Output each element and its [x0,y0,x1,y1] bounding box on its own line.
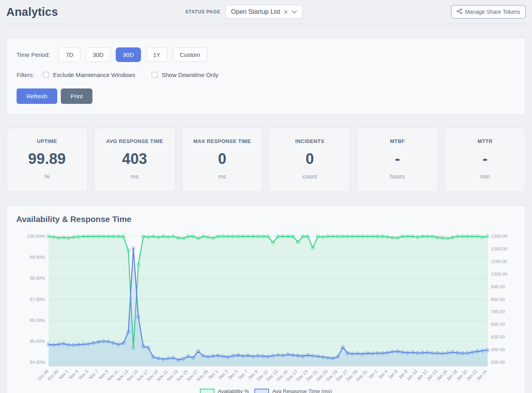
svg-text:Jan 18: Jan 18 [446,369,458,382]
svg-text:Nov 1: Nov 1 [58,369,69,380]
analytics-page: Analytics STATUS PAGE Open Startup List … [0,0,532,393]
status-page-group: STATUS PAGE Open Startup List ✕ [185,5,303,19]
svg-text:Dec 3: Dec 3 [217,369,229,380]
svg-text:Dec 1: Dec 1 [207,369,219,380]
stats-row: UPTIME 99.89 % AVG RESPONSE TIME 403 ms … [6,128,526,192]
legend-label: Availability % [218,388,249,393]
print-button[interactable]: Print [61,88,93,104]
period-button-30d[interactable]: 30D [86,47,111,62]
period-button-custom[interactable]: Custom [173,47,207,62]
svg-text:Jan 10: Jan 10 [406,369,418,382]
period-button-7d[interactable]: 7D [58,47,80,62]
filters-label: Filters: [17,71,34,78]
chevron-down-icon[interactable] [291,10,297,14]
stat-value: 0 [184,150,261,167]
svg-text:Oct 28: Oct 28 [37,369,49,381]
stat-value: 99.89 [8,150,86,167]
svg-text:1100.00: 1100.00 [491,259,507,264]
svg-text:95.00%: 95.00% [30,339,45,344]
chart-panel: Availability & Response Time 100.00%99.0… [6,205,526,393]
svg-text:700.00: 700.00 [491,309,505,314]
svg-text:Dec 31: Dec 31 [355,369,368,382]
chart-legend: Availability % Avg Response Time (ms) [16,388,516,393]
stat-unit: ms [96,173,173,180]
chart-title: Availability & Response Time [16,214,516,224]
svg-text:600.00: 600.00 [491,322,505,327]
stat-unit: ms [184,173,261,180]
stat-card-mtbf: MTBF - hours [357,128,438,192]
stat-unit: % [8,173,86,180]
stat-label: MTTR [446,138,524,144]
legend-label: Avg Response Time (ms) [272,388,332,393]
svg-text:1000.00: 1000.00 [491,272,508,276]
svg-text:Jan 6: Jan 6 [387,369,399,380]
svg-text:98.00%: 98.00% [30,276,45,280]
stat-value: - [359,150,436,167]
stat-label: INCIDENTS [271,138,348,144]
svg-text:Jan 2: Jan 2 [367,369,378,380]
status-page-label: STATUS PAGE [185,9,220,15]
stat-card-avg-response: AVG RESPONSE TIME 403 ms [94,128,175,192]
availability-response-chart: 100.00%99.00%98.00%97.00%96.00%95.00%94.… [16,229,516,388]
stat-value: - [446,150,524,167]
svg-text:Jan 20: Jan 20 [455,369,468,382]
show-downtime-label: Show Downtime Only [162,71,218,78]
status-page-selected-value: Open Startup List [231,8,280,15]
filters-row: Filters: Exclude Maintenance Windows Sho… [17,71,515,78]
svg-text:94.00%: 94.00% [30,360,45,365]
page-title: Analytics [6,6,58,19]
stat-unit: hours [359,173,436,180]
svg-text:Jan 16: Jan 16 [436,369,448,382]
stat-card-uptime: UPTIME 99.89 % [6,128,88,192]
svg-text:Jan 4: Jan 4 [377,369,388,380]
stat-value: 0 [271,150,348,167]
response-time-swatch-icon [254,389,269,393]
svg-text:100.00%: 100.00% [27,234,45,239]
show-downtime-checkbox[interactable] [152,72,158,78]
svg-text:900.00: 900.00 [491,284,505,289]
svg-text:Nov 3: Nov 3 [68,369,79,380]
stat-label: AVG RESPONSE TIME [96,138,173,144]
stat-value: 403 [96,150,173,167]
filter-panel: Time Period: 7D 30D 90D 1Y Custom Filter… [6,38,526,115]
availability-swatch-icon [200,389,214,393]
svg-text:Jan 22: Jan 22 [465,369,478,382]
show-downtime-group: Show Downtime Only [152,71,218,78]
period-button-1y[interactable]: 1Y [146,47,167,62]
stat-label: MAX RESPONSE TIME [184,138,261,144]
actions-row: Refresh Print [17,88,515,104]
svg-text:400.00: 400.00 [491,347,505,352]
svg-text:1200.00: 1200.00 [491,246,508,251]
stat-unit: count [271,173,348,180]
legend-item-availability[interactable]: Availability % [200,388,249,393]
clear-icon[interactable]: ✕ [284,9,289,15]
header-divider [6,24,526,24]
svg-text:96.00%: 96.00% [30,318,45,323]
svg-text:97.00%: 97.00% [30,297,45,302]
period-button-90d[interactable]: 90D [116,47,141,62]
time-period-label: Time Period: [17,51,50,58]
manage-share-tokens-button[interactable]: Manage Share Tokens [451,5,526,19]
svg-text:500.00: 500.00 [491,335,505,339]
svg-text:Oct 30: Oct 30 [47,369,59,381]
status-page-select[interactable]: Open Startup List ✕ [225,5,303,19]
stat-label: UPTIME [8,138,86,144]
stat-card-mttr: MTTR - min [444,128,526,192]
stat-unit: min [446,173,524,180]
exclude-maintenance-checkbox[interactable] [43,72,49,78]
svg-text:300.00: 300.00 [491,360,505,365]
time-period-row: Time Period: 7D 30D 90D 1Y Custom [17,47,515,62]
refresh-button[interactable]: Refresh [17,88,57,104]
svg-text:1300.00: 1300.00 [491,234,508,239]
svg-text:Jan 12: Jan 12 [415,369,428,382]
share-icon [457,8,462,15]
svg-text:Nov 29: Nov 29 [196,369,209,382]
svg-text:Nov 7: Nov 7 [88,369,99,380]
svg-text:Dec 5: Dec 5 [227,369,239,380]
header: Analytics STATUS PAGE Open Startup List … [6,0,526,21]
stat-label: MTBF [359,138,436,144]
legend-item-response-time[interactable]: Avg Response Time (ms) [254,388,332,393]
manage-share-tokens-label: Manage Share Tokens [465,9,520,15]
exclude-maintenance-label: Exclude Maintenance Windows [53,71,135,78]
svg-text:99.00%: 99.00% [30,255,45,259]
